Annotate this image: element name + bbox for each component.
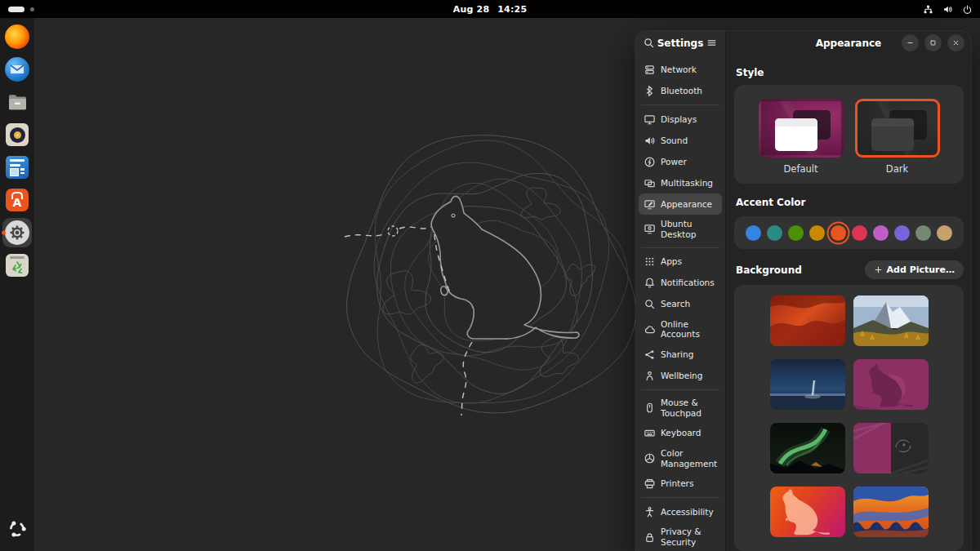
accent-swatch-magenta[interactable]: [873, 225, 889, 241]
wallpaper-thumbnail-fuego[interactable]: [770, 295, 845, 346]
sidebar-item-appearance[interactable]: Appearance: [639, 193, 722, 215]
appearance-icon: [644, 198, 656, 211]
style-preview-default: [759, 99, 844, 158]
sidebar-item-printers[interactable]: Printers: [639, 473, 722, 494]
accent-swatch-bark[interactable]: [937, 225, 952, 241]
style-option-default[interactable]: Default: [759, 99, 844, 175]
sidebar-item-wellbeing[interactable]: Wellbeing: [639, 365, 722, 386]
bell-icon: [644, 277, 656, 289]
settings-icon: [2, 218, 32, 247]
sidebar-item-keyboard[interactable]: Keyboard: [639, 423, 722, 444]
show-apps-button[interactable]: [0, 512, 34, 546]
thunderbird-icon: [5, 57, 29, 82]
sidebar-item-apps[interactable]: Apps: [639, 251, 722, 273]
system-status-area[interactable]: [923, 4, 973, 15]
cloud-icon: [644, 323, 656, 335]
sidebar-item-label: Apps: [661, 256, 682, 267]
clock[interactable]: Aug 28 14:25: [453, 4, 528, 15]
dock-item-trash[interactable]: [0, 249, 34, 282]
appearance-panel: Style DefaultDark Accent Color Backgroun…: [726, 55, 971, 551]
power-status-icon[interactable]: [962, 4, 973, 15]
dock-item-thunderbird[interactable]: [0, 53, 34, 86]
sidebar-item-search[interactable]: Search: [639, 294, 722, 315]
minimize-button[interactable]: [902, 34, 919, 51]
accent-swatch-yellow[interactable]: [809, 225, 825, 241]
top-bar: Aug 28 14:25: [0, 0, 980, 18]
sidebar-item-displays[interactable]: Displays: [639, 109, 722, 130]
workspace-dot[interactable]: [30, 7, 34, 11]
sidebar-divider: [641, 497, 719, 498]
sidebar-item-multitasking[interactable]: Multitasking: [639, 172, 722, 193]
dock-item-libreoffice-writer[interactable]: [0, 151, 34, 184]
style-option-dark[interactable]: Dark: [855, 99, 940, 175]
sidebar-item-bluetooth[interactable]: Bluetooth: [639, 80, 722, 101]
accent-swatch-blue[interactable]: [746, 225, 761, 241]
workspace-active-pill[interactable]: [8, 7, 24, 12]
accent-swatch-sage[interactable]: [915, 225, 931, 241]
style-preview-dark: [855, 99, 940, 158]
sidebar-item-label: Mouse & Touchpad: [661, 398, 720, 419]
sidebar-item-online-accounts[interactable]: Online Accounts: [639, 315, 722, 344]
sidebar-item-label: Color Management: [661, 448, 720, 469]
accent-swatch-teal[interactable]: [767, 225, 782, 241]
accent-swatch-green[interactable]: [788, 225, 804, 241]
maximize-button[interactable]: [924, 34, 942, 51]
sidebar-item-accessibility[interactable]: Accessibility: [639, 501, 722, 522]
search-icon: [644, 298, 656, 310]
sidebar-item-color-management[interactable]: Color Management: [639, 444, 722, 473]
privacy-icon: [644, 531, 656, 544]
sidebar-item-ubuntu-desktop[interactable]: Ubuntu Desktop: [639, 215, 722, 244]
workspace-indicator[interactable]: [8, 7, 34, 12]
wallpaper-thumbnail-camels[interactable]: [853, 487, 929, 537]
share-icon: [644, 349, 656, 361]
search-button[interactable]: [643, 37, 655, 49]
wallpaper-thumbnail-matterhorn[interactable]: [853, 295, 929, 346]
sidebar-item-label: Multitasking: [661, 178, 713, 189]
volume-status-icon[interactable]: [942, 4, 953, 15]
sidebar-item-label: Keyboard: [661, 428, 701, 438]
sidebar-item-label: Search: [661, 299, 690, 309]
sidebar-item-label: Displays: [661, 114, 697, 125]
accent-swatch-orange[interactable]: [831, 225, 846, 241]
sidebar-divider: [641, 104, 719, 105]
sidebar-item-privacy[interactable]: Privacy & Security: [639, 522, 722, 551]
sidebar-item-sharing[interactable]: Sharing: [639, 344, 722, 365]
accent-swatch-red[interactable]: [852, 225, 867, 241]
sidebar-item-notifications[interactable]: Notifications: [639, 273, 722, 294]
sidebar-item-network[interactable]: Network: [639, 59, 722, 80]
desktop-wallpaper-art: [343, 128, 637, 422]
wellbeing-icon: [644, 370, 656, 382]
bluetooth-icon: [644, 85, 656, 97]
sidebar-title: Settings: [657, 38, 704, 49]
wallpaper-thumbnail-numbat-magenta[interactable]: [853, 359, 929, 410]
dock-item-app-center[interactable]: A: [0, 184, 34, 216]
style-option-label: Default: [783, 163, 817, 175]
settings-window: Settings NetworkBluetoothDisplaysSoundPo…: [635, 31, 971, 551]
wallpaper-thumbnail-numbat-sketch[interactable]: [853, 423, 929, 473]
dock-item-files[interactable]: [0, 86, 34, 118]
dock-item-firefox[interactable]: [0, 20, 34, 53]
style-heading: Style: [736, 67, 964, 78]
sidebar-item-sound[interactable]: Sound: [639, 130, 722, 151]
sidebar-item-power[interactable]: Power: [639, 151, 722, 172]
dock-item-settings[interactable]: [0, 216, 34, 249]
style-option-label: Dark: [886, 163, 908, 175]
ubuntu-logo-icon: [9, 521, 26, 538]
sidebar-item-label: Network: [661, 64, 697, 75]
plus-icon: [874, 265, 883, 274]
network-status-icon[interactable]: [923, 4, 933, 15]
sidebar-headerbar: Settings: [635, 31, 725, 55]
desktop-right-strip: [971, 18, 980, 551]
main-menu-button[interactable]: [706, 37, 718, 49]
wallpaper-thumbnail-storm[interactable]: [770, 359, 845, 410]
add-picture-button[interactable]: Add Picture…: [865, 260, 964, 279]
wallpaper-thumbnail-quokka-gradient[interactable]: [770, 487, 845, 537]
sidebar-item-mouse-touchpad[interactable]: Mouse & Touchpad: [639, 393, 722, 423]
accent-swatch-purple[interactable]: [894, 225, 910, 241]
wallpaper-thumbnail-aurora[interactable]: [770, 423, 845, 473]
style-card: DefaultDark: [734, 85, 964, 184]
close-button[interactable]: [947, 34, 964, 51]
settings-sidebar: Settings NetworkBluetoothDisplaysSoundPo…: [635, 31, 726, 551]
multitasking-icon: [644, 177, 656, 189]
dock-item-rhythmbox[interactable]: [0, 118, 34, 151]
